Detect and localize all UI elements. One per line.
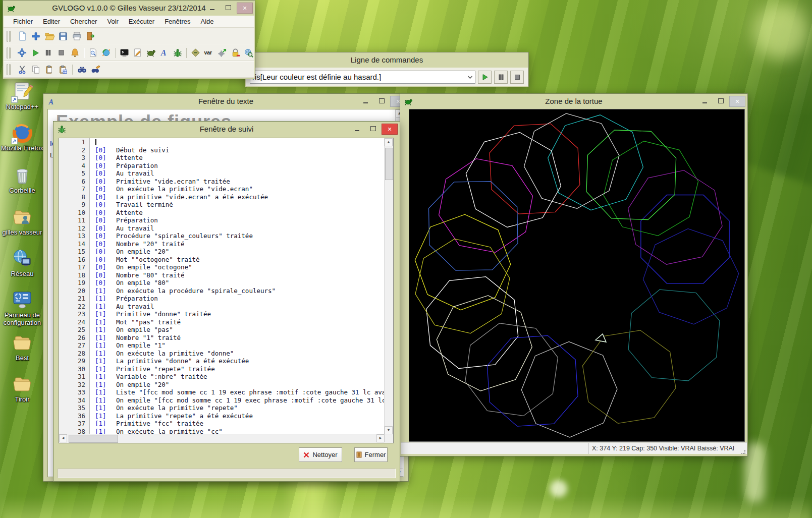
desktop-icon-panneau-configuration[interactable]: Panneau de configuration xyxy=(0,290,44,326)
control-panel-icon xyxy=(12,290,33,311)
trace-line: 15[0]On empile "20" xyxy=(59,248,385,256)
horizontal-scrollbar[interactable]: ◄ ► xyxy=(59,434,385,443)
menu-item-fenetres[interactable]: Fenêtres xyxy=(160,16,195,27)
maximize-button[interactable] xyxy=(713,96,728,106)
main-window-titlebar[interactable]: GVLOGO v1.0.0 © Gilles Vasseur 23/12/201… xyxy=(3,1,255,16)
minimize-button[interactable] xyxy=(349,124,364,134)
text-window-titlebar[interactable]: A Fenêtre du texte × xyxy=(43,94,408,109)
pause-command-button[interactable] xyxy=(494,71,508,84)
menu-item-chercher[interactable]: Chercher xyxy=(66,16,101,27)
clear-button[interactable]: Nettoyer xyxy=(299,447,342,462)
paste-special-button[interactable] xyxy=(57,64,69,76)
desktop-icon-reseau[interactable]: Réseau xyxy=(0,248,44,278)
search-web-button[interactable] xyxy=(243,47,254,59)
bokeh-decoration xyxy=(745,442,765,503)
maximize-button[interactable] xyxy=(365,124,381,134)
bokeh-decoration xyxy=(550,480,567,497)
window-title: Fenêtre de suivi xyxy=(53,122,400,137)
maximize-button[interactable] xyxy=(374,96,389,106)
resize-grip[interactable] xyxy=(739,448,746,455)
menu-item-voir[interactable]: Voir xyxy=(102,16,123,27)
toolbar-grip[interactable] xyxy=(7,47,11,59)
trace-window-titlebar[interactable]: Fenêtre de suivi × xyxy=(53,122,400,137)
scroll-up-button[interactable]: ▲ xyxy=(385,138,393,146)
desktop-icon-notepadpp[interactable]: Notepad++ xyxy=(0,81,44,111)
open-button[interactable] xyxy=(43,30,56,42)
trace-line: 36[1]La primitive "repete" a été exécuté… xyxy=(59,412,385,420)
run-button[interactable] xyxy=(29,47,41,59)
paste-special-icon xyxy=(59,65,68,74)
close-button[interactable]: × xyxy=(729,96,745,107)
minimize-button[interactable] xyxy=(697,96,712,106)
trace-line: 23[1]Primitive "donne" traitée xyxy=(59,310,385,318)
lock-button[interactable] xyxy=(230,47,241,59)
maximize-button[interactable] xyxy=(221,3,236,13)
menu-item-editer[interactable]: Editer xyxy=(38,16,65,27)
toolbar-grip[interactable] xyxy=(7,64,11,75)
menu-item-fichier[interactable]: Fichier xyxy=(9,16,37,27)
debug-button[interactable] xyxy=(172,47,183,59)
primitives-button[interactable] xyxy=(190,47,201,59)
menu-item-aide[interactable]: Aide xyxy=(196,16,218,27)
variables-button[interactable]: var xyxy=(203,47,214,59)
console-button[interactable] xyxy=(119,47,130,59)
trace-line: 14[0]Nombre "20" traité xyxy=(59,240,385,248)
close-button[interactable]: × xyxy=(382,124,398,135)
scrollbar-thumb[interactable] xyxy=(69,435,118,443)
turtle-icon xyxy=(404,97,413,106)
scroll-down-button[interactable]: ▼ xyxy=(385,426,393,434)
toolbar-grip[interactable] xyxy=(7,31,11,42)
stop-button[interactable] xyxy=(56,47,67,59)
turtle-window-button[interactable] xyxy=(145,47,157,59)
find-button[interactable] xyxy=(76,64,88,76)
pause-button[interactable] xyxy=(42,47,54,59)
add-button[interactable] xyxy=(30,30,42,42)
font-button[interactable]: A xyxy=(158,47,170,59)
close-button[interactable]: × xyxy=(237,3,253,14)
copy-button[interactable] xyxy=(30,64,42,76)
print-button[interactable] xyxy=(71,30,83,42)
trace-line: 10[0]Attente xyxy=(59,209,385,217)
desktop-icon-tiroir[interactable]: Tiroir xyxy=(0,374,44,404)
paste-button[interactable] xyxy=(43,64,56,76)
edit-text-button[interactable] xyxy=(132,47,143,59)
command-window-titlebar[interactable]: Ligne de commandes xyxy=(245,52,528,68)
preview-button[interactable] xyxy=(87,47,99,59)
close-trace-button[interactable]: Fermer xyxy=(354,447,388,462)
export-procedures-button[interactable] xyxy=(216,47,228,59)
command-window-body: ris[Leur couleur est définie au hasard.] xyxy=(246,68,528,86)
exit-button[interactable] xyxy=(84,30,96,42)
toolbars: A var xyxy=(4,28,254,78)
desktop-icon-best[interactable]: Best xyxy=(0,332,44,362)
minimize-button[interactable] xyxy=(358,96,373,106)
alerts-button[interactable] xyxy=(69,47,81,59)
settings-button[interactable] xyxy=(16,47,28,59)
gvlogo-main-window: GVLOGO v1.0.0 © Gilles Vasseur 23/12/201… xyxy=(3,0,255,79)
add-icon xyxy=(31,32,40,41)
trace-log[interactable]: 12[0]Début de suivi3[0]Attente4[0]Prépar… xyxy=(59,138,394,443)
save-button[interactable] xyxy=(57,30,69,42)
trace-line: 37[1]Primitive "fcc" traitée xyxy=(59,420,385,428)
scroll-right-button[interactable]: ► xyxy=(376,434,385,442)
desktop-icon-gilles-vasseur[interactable]: gilles vasseur xyxy=(0,207,44,237)
vertical-scrollbar[interactable]: ▲ ▼ xyxy=(384,138,393,434)
desktop-icon-firefox[interactable]: Mozilla Firefox xyxy=(0,123,44,152)
cut-button[interactable] xyxy=(16,64,28,76)
find-replace-button[interactable] xyxy=(89,64,101,76)
run-command-button[interactable] xyxy=(478,71,492,84)
scrollbar-thumb[interactable] xyxy=(385,148,393,180)
stop-command-button[interactable] xyxy=(510,71,524,84)
desktop-icon-corbeille[interactable]: Corbeille xyxy=(0,165,44,195)
new-file-button[interactable] xyxy=(16,30,28,42)
command-input[interactable]: ris[Leur couleur est définie au hasard.] xyxy=(250,71,475,84)
minimize-button[interactable] xyxy=(204,3,220,13)
toolbar-separator xyxy=(115,48,116,58)
menu-item-executer[interactable]: Exécuter xyxy=(124,16,159,27)
turtle-window-titlebar[interactable]: Zone de la tortue × xyxy=(400,94,747,109)
trace-line: 20[1]On exécute la procédure "spirale_co… xyxy=(59,287,385,295)
turtle-logo-icon xyxy=(7,4,16,13)
scroll-left-button[interactable]: ◄ xyxy=(59,434,67,442)
trace-line: 3[0]Attente xyxy=(59,154,385,162)
chevron-down-icon[interactable] xyxy=(465,71,475,83)
refresh-button[interactable] xyxy=(100,47,112,59)
